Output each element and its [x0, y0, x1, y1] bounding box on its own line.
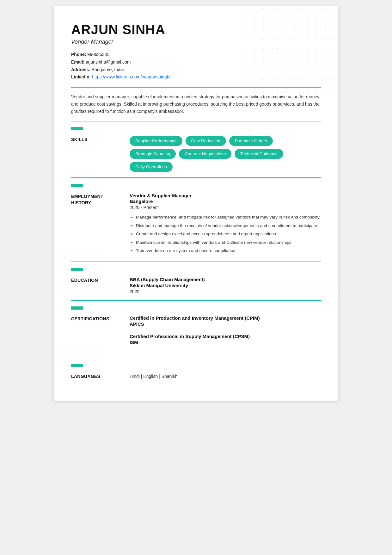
skill-tag: Technical Guidance [235, 149, 283, 159]
languages-section: LANGUAGES Hindi | English | Spanish [71, 358, 321, 380]
skills-label: SKILLS [71, 136, 120, 143]
email-line: Email: arjunsinha@gmail.com [71, 59, 321, 66]
skill-tag: Strategic Sourcing [130, 149, 176, 159]
education-divider [71, 262, 321, 262]
skills-section: SKILLS Supplier PerformanceCost Reductio… [71, 121, 321, 172]
edu-year: 2020 [130, 289, 321, 294]
phone-label: Phone: [71, 52, 86, 57]
job-entry: Vendor & Supplier ManagerBangalore2020 -… [130, 193, 321, 254]
skill-tag: Daily Operations [130, 162, 173, 172]
header-divider [71, 87, 321, 88]
linkedin-line: LinkedIn: https://www.linkedin.com/in/ar… [71, 73, 321, 81]
skills-row: SKILLS Supplier PerformanceCost Reductio… [71, 136, 321, 172]
candidate-name: ARJUN SINHA [71, 22, 321, 37]
education-section: EDUCATION BBA (Supply Chain Management)S… [71, 262, 321, 294]
list-item: Maintain current relationships with vend… [136, 239, 321, 246]
education-row: EDUCATION BBA (Supply Chain Management)S… [71, 277, 321, 294]
employment-accent [71, 184, 83, 187]
job-bullets: Manage performance, and mitigate risk fo… [130, 214, 321, 254]
address-line: Address: Bangalore, India [71, 66, 321, 74]
job-company: Bangalore [130, 199, 321, 204]
summary-text: Vendor and supplier manager, capable of … [71, 93, 321, 115]
cert-name: Certified in Production and Inventory Ma… [130, 315, 321, 321]
cert-org: ISM [130, 340, 321, 345]
skill-tag: Contract Negotiations [179, 149, 231, 159]
address-label: Address: [71, 67, 90, 72]
employment-row: EMPLOYMENT HISTORY Vendor & Supplier Man… [71, 193, 321, 256]
skills-divider [71, 121, 321, 122]
phone-value: 990685345 [87, 52, 109, 57]
cert-entry: Certified in Production and Inventory Ma… [130, 315, 321, 327]
languages-row: LANGUAGES Hindi | English | Spanish [71, 373, 321, 380]
skill-tag: Purchase Orders [229, 136, 273, 146]
linkedin-link[interactable]: https://www.linkedin.com/in/arjunsuingh/ [92, 74, 170, 79]
employment-label: EMPLOYMENT HISTORY [71, 193, 120, 206]
cert-org: APICS [130, 321, 321, 327]
candidate-title: Vendor Manager [71, 39, 321, 45]
list-item: Manage performance, and mitigate risk fo… [136, 214, 321, 221]
skills-accent [71, 127, 83, 130]
skill-tag: Supplier Performance [130, 136, 182, 146]
languages-text: Hindi | English | Spanish [130, 373, 321, 380]
education-entry: BBA (Supply Chain Management)Sikkim Mani… [130, 277, 321, 294]
edu-degree: BBA (Supply Chain Management) [130, 277, 321, 282]
certifications-accent [71, 306, 83, 310]
cert-entry: Certified Professional in Supply Managem… [130, 334, 321, 345]
employment-content: Vendor & Supplier ManagerBangalore2020 -… [130, 193, 321, 256]
skill-tag: Cost Reduction [186, 136, 226, 146]
contact-info: Phone: 990685345 Email: arjunsinha@gmail… [71, 51, 321, 81]
edu-school: Sikkim Manipal University [130, 283, 321, 288]
education-accent [71, 268, 83, 271]
languages-content: Hindi | English | Spanish [130, 373, 321, 380]
certifications-row: CERTIFICATIONS Certified in Production a… [71, 315, 321, 352]
certifications-content: Certified in Production and Inventory Ma… [130, 315, 321, 352]
resume-page: ARJUN SINHA Vendor Manager Phone: 990685… [54, 6, 338, 401]
list-item: Create and design excel and access sprea… [136, 231, 321, 237]
languages-accent [71, 364, 83, 367]
list-item: Distribute and manage the receipts of ve… [136, 222, 321, 229]
phone-line: Phone: 990685345 [71, 51, 321, 59]
job-dates: 2020 - Present [130, 205, 321, 210]
education-content: BBA (Supply Chain Management)Sikkim Mani… [130, 277, 321, 294]
languages-divider [71, 358, 321, 359]
address-value: Bangalore, India [92, 67, 124, 72]
certifications-divider [71, 300, 321, 301]
certifications-label: CERTIFICATIONS [71, 315, 120, 322]
employment-divider [71, 177, 321, 178]
skills-tags: Supplier PerformanceCost ReductionPurcha… [130, 136, 321, 172]
list-item: Train vendors on our system and ensure c… [136, 247, 321, 254]
certifications-section: CERTIFICATIONS Certified in Production a… [71, 300, 321, 352]
linkedin-label: LinkedIn: [71, 74, 91, 79]
education-label: EDUCATION [71, 277, 120, 284]
job-title: Vendor & Supplier Manager [130, 193, 321, 198]
cert-name: Certified Professional in Supply Managem… [130, 334, 321, 339]
email-label: Email: [71, 59, 84, 65]
email-value: arjunsinha@gmail.com [86, 59, 131, 65]
employment-section: EMPLOYMENT HISTORY Vendor & Supplier Man… [71, 177, 321, 256]
skills-content: Supplier PerformanceCost ReductionPurcha… [130, 136, 321, 172]
languages-label: LANGUAGES [71, 373, 120, 380]
